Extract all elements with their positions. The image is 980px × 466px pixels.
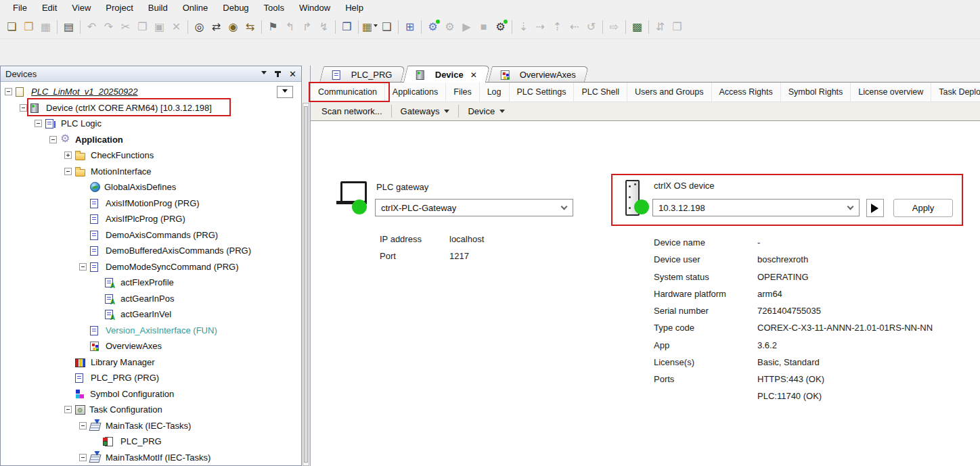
collapse-icon[interactable] bbox=[64, 168, 72, 175]
tree-item-overviewaxes[interactable]: OverviewAxes bbox=[1, 338, 301, 354]
tree-item-plc-prg-prg[interactable]: PLC_PRG (PRG) bbox=[1, 370, 301, 386]
apply-button[interactable]: Apply bbox=[893, 199, 953, 217]
subtab-log[interactable]: Log bbox=[480, 83, 510, 101]
tree-item-motioninterface[interactable]: MotionInterface bbox=[1, 164, 301, 180]
tree-item-actgearinpos[interactable]: actGearInPos bbox=[1, 291, 301, 307]
devices-dropdown-button[interactable] bbox=[277, 86, 293, 98]
menu-item-debug[interactable]: Debug bbox=[215, 1, 256, 14]
step-over-button[interactable]: ⇣ bbox=[515, 18, 532, 35]
tab-device[interactable]: Device✕ bbox=[403, 66, 490, 83]
paste-button[interactable]: ▣ bbox=[151, 18, 168, 35]
clear-bookmarks-button[interactable]: ↯ bbox=[315, 18, 332, 35]
tab-plc-prg[interactable]: PLC_PRG bbox=[319, 66, 405, 82]
tree-item-plc-prg[interactable]: PLC_PRG bbox=[1, 434, 301, 450]
expand-icon[interactable] bbox=[64, 152, 72, 159]
menu-item-view[interactable]: View bbox=[64, 1, 98, 14]
gateway-select[interactable]: ctrlX-PLC-Gateway bbox=[375, 199, 573, 216]
menu-item-tools[interactable]: Tools bbox=[257, 1, 292, 14]
menu-item-online[interactable]: Online bbox=[175, 1, 216, 14]
pin-panel-button[interactable] bbox=[275, 71, 281, 77]
tree-item-demobufferedaxiscommands-prg[interactable]: DemoBufferedAxisCommands (PRG) bbox=[1, 243, 301, 259]
toggle-bookmark-button[interactable]: ⚑ bbox=[265, 18, 282, 35]
next-message-button[interactable]: ⇨ bbox=[606, 18, 623, 35]
next-bookmark-button[interactable]: ↱ bbox=[298, 18, 315, 35]
tree-item-maintaskmotif-iec-tasks[interactable]: MainTaskMotIf (IEC-Tasks) bbox=[1, 450, 301, 466]
tree-item-globalaxisdefines[interactable]: GlobalAxisDefines bbox=[1, 179, 301, 195]
tree-item-plc-linmot-v1-20250922[interactable]: PLC_LinMot_v1_20250922 bbox=[1, 84, 301, 100]
delete-button[interactable]: ✕ bbox=[168, 18, 185, 35]
tree-item-library-manager[interactable]: Library Manager bbox=[1, 354, 301, 371]
tree-item-demomodesynccommand-prg[interactable]: DemoModeSyncCommand (PRG) bbox=[1, 259, 301, 275]
open-project-button[interactable]: ❐ bbox=[20, 18, 37, 35]
tree-item-maintask-iec-tasks[interactable]: MainTask (IEC-Tasks) bbox=[1, 418, 301, 434]
subtab-task-deployment[interactable]: Task Deployment bbox=[931, 83, 980, 101]
edit-object-button[interactable]: ❑ bbox=[378, 18, 395, 35]
start-button[interactable]: ▶ bbox=[458, 18, 475, 35]
collapse-icon[interactable] bbox=[79, 454, 87, 461]
tab-overviewaxes[interactable]: OverviewAxes bbox=[488, 66, 589, 82]
find-button[interactable]: ◎ bbox=[191, 18, 208, 35]
collapse-icon[interactable] bbox=[79, 422, 87, 429]
reset-warm-button[interactable]: ↺ bbox=[583, 18, 600, 35]
update-device-button[interactable]: ⇵ bbox=[652, 18, 669, 35]
menu-item-window[interactable]: Window bbox=[292, 1, 338, 14]
step-into-button[interactable]: ⇢ bbox=[532, 18, 549, 35]
redo-button[interactable]: ↷ bbox=[100, 18, 117, 35]
tree-item-axisifmotionprog-prg[interactable]: AxisIfMotionProg (PRG) bbox=[1, 195, 301, 212]
gateways-button[interactable]: Gateways bbox=[393, 104, 458, 118]
login-button[interactable]: ⚙ bbox=[424, 18, 441, 35]
copy-button[interactable]: ❒ bbox=[134, 18, 151, 35]
device-address-select[interactable]: 10.3.12.198 bbox=[652, 199, 860, 216]
panel-options-button[interactable] bbox=[261, 71, 267, 77]
undo-button[interactable]: ↶ bbox=[83, 18, 100, 35]
subtab-communication[interactable]: Communication bbox=[311, 83, 385, 101]
tree-item-version-axisinterface-fun[interactable]: Version_AxisInterface (FUN) bbox=[1, 323, 301, 339]
scrollbar-thumb[interactable] bbox=[304, 106, 308, 463]
menu-item-project[interactable]: Project bbox=[98, 1, 140, 14]
subtab-plc-settings[interactable]: PLC Settings bbox=[510, 83, 575, 101]
online-config-button[interactable]: ⚙ bbox=[492, 18, 509, 35]
subtab-applications[interactable]: Applications bbox=[385, 83, 446, 101]
properties-button[interactable]: ❒ bbox=[338, 18, 355, 35]
tree-item-application[interactable]: Application bbox=[1, 132, 301, 148]
connect-button[interactable] bbox=[866, 199, 884, 217]
menu-item-help[interactable]: Help bbox=[338, 1, 371, 14]
menu-item-file[interactable]: File bbox=[5, 1, 35, 14]
tree-item-demoaxiscommands-prg[interactable]: DemoAxisCommands (PRG) bbox=[1, 227, 301, 243]
new-project-button[interactable]: ❏ bbox=[3, 18, 20, 35]
simulation-button[interactable]: ▩ bbox=[629, 18, 646, 35]
replace-button[interactable]: ⇄ bbox=[208, 18, 225, 35]
collapse-icon[interactable] bbox=[49, 136, 57, 143]
stop-button[interactable]: ■ bbox=[475, 18, 492, 35]
step-out-button[interactable]: ⇡ bbox=[549, 18, 566, 35]
tree-item-plc-logic[interactable]: PLC Logic bbox=[1, 116, 301, 132]
tree-item-actgearinvel[interactable]: actGearInVel bbox=[1, 306, 301, 323]
tree-item-axisifplcprog-prg[interactable]: AxisIfPlcProg (PRG) bbox=[1, 211, 301, 227]
tree-item-device-ctrlx-core-arm64-10-3-12-198[interactable]: Device (ctrlX CORE ARM64) [10.3.12.198] bbox=[1, 100, 301, 116]
subtab-files[interactable]: Files bbox=[446, 83, 479, 101]
find-in-project-button[interactable]: ◉ bbox=[225, 18, 242, 35]
collapse-icon[interactable] bbox=[20, 104, 27, 112]
subtab-symbol-rights[interactable]: Symbol Rights bbox=[781, 83, 851, 101]
cut-button[interactable]: ✂ bbox=[117, 18, 134, 35]
menu-item-build[interactable]: Build bbox=[141, 1, 175, 14]
save-project-button[interactable]: ▦ bbox=[37, 18, 54, 35]
build-button[interactable]: ⊞ bbox=[401, 18, 418, 35]
subtab-license-overview[interactable]: License overview bbox=[851, 83, 931, 101]
replace-in-project-button[interactable]: ⇆ bbox=[242, 18, 259, 35]
run-to-cursor-button[interactable]: ⇠ bbox=[566, 18, 583, 35]
device-button[interactable]: Device bbox=[460, 104, 512, 118]
logout-button[interactable]: ⚙ bbox=[441, 18, 458, 35]
compare-objects-button[interactable]: ❒ bbox=[669, 18, 686, 35]
collapse-icon[interactable] bbox=[64, 406, 72, 413]
subtab-plc-shell[interactable]: PLC Shell bbox=[574, 83, 627, 101]
collapse-icon[interactable] bbox=[35, 120, 42, 127]
subtab-access-rights[interactable]: Access Rights bbox=[712, 83, 781, 101]
devices-scrollbar[interactable] bbox=[303, 103, 309, 466]
tree-item-checkfunctions[interactable]: CheckFunctions bbox=[1, 147, 301, 164]
previous-bookmark-button[interactable]: ↰ bbox=[282, 18, 298, 35]
scan-network-button[interactable]: Scan network... bbox=[314, 104, 390, 118]
print-button[interactable]: ▤ bbox=[60, 18, 77, 35]
collapse-icon[interactable] bbox=[5, 88, 12, 95]
subtab-users-and-groups[interactable]: Users and Groups bbox=[627, 83, 711, 101]
